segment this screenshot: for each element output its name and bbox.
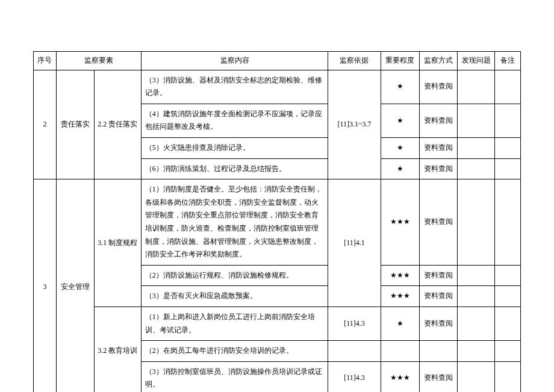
method-cell: 资料查阅 — [420, 286, 458, 307]
note-cell — [495, 306, 521, 340]
header-note: 备注 — [495, 52, 521, 70]
header-seq: 序号 — [34, 52, 57, 70]
issue-cell — [457, 104, 495, 137]
method-cell: 资料查阅 — [420, 104, 458, 137]
method-cell: 资料查阅 — [420, 137, 458, 158]
element1-cell: 安全管理 — [56, 179, 94, 392]
note-cell — [495, 70, 521, 104]
element2-cell: 2.2 责任落实 — [94, 70, 141, 179]
note-cell — [495, 104, 521, 137]
note-cell — [495, 341, 521, 362]
content-cell: （3）消防设施、器材及消防安全标志的定期检验、维修记录。 — [141, 70, 328, 104]
issue-cell — [457, 361, 495, 392]
method-cell: 资料查阅 — [420, 158, 458, 179]
basis-cell: [11]4.3 — [328, 306, 381, 340]
inspection-table: 序号 监察要素 监察内容 监察依据 重要程度 监察方式 发现问题 备注 2 责任… — [33, 51, 521, 392]
content-cell: （2）在岗员工每年进行消防安全培训的记录。 — [141, 341, 328, 362]
table-row: 3 安全管理 3.1 制度规程 （1）消防制度是否健全。至少包括：消防安全责任制… — [34, 179, 521, 266]
table-row: 2 责任落实 2.2 责任落实 （3）消防设施、器材及消防安全标志的定期检验、维… — [34, 70, 521, 104]
seq-cell: 2 — [34, 70, 57, 179]
content-cell: （5）火灾隐患排查及消除记录。 — [141, 137, 328, 158]
issue-cell — [457, 265, 495, 286]
note-cell — [495, 265, 521, 286]
element2-cell: 3.1 制度规程 — [94, 179, 141, 307]
issue-cell — [457, 158, 495, 179]
issue-cell — [457, 306, 495, 340]
basis-cell: [11]4.1 — [328, 179, 381, 307]
content-cell: （6）消防演练策划、过程记录及总结报告。 — [141, 158, 328, 179]
method-cell — [420, 341, 458, 362]
importance-cell: ★ — [381, 104, 420, 137]
note-cell — [495, 137, 521, 158]
method-cell: 资料查阅 — [420, 306, 458, 340]
note-cell — [495, 158, 521, 179]
header-issue: 发现问题 — [457, 52, 495, 70]
content-cell: （1）消防制度是否健全。至少包括：消防安全责任制，各级和各岗位消防安全职责，消防… — [141, 179, 328, 266]
issue-cell — [457, 70, 495, 104]
table-row: 3.2 教育培训 （1）新上岗和进入新岗位员工进行上岗前消防安全培训、考试记录。… — [34, 306, 521, 340]
method-cell: 资料查阅 — [420, 361, 458, 392]
content-cell: （3）是否有灭火和应急疏散预案。 — [141, 286, 328, 307]
issue-cell — [457, 179, 495, 266]
content-cell: （3）消防控制室值班员、消防设施操作员培训记录或证明。 — [141, 361, 328, 392]
importance-cell: ★★★ — [381, 179, 420, 266]
note-cell — [495, 286, 521, 307]
header-basis: 监察依据 — [328, 52, 381, 70]
element1-cell: 责任落实 — [56, 70, 94, 179]
importance-cell — [381, 341, 420, 362]
header-importance: 重要程度 — [381, 52, 420, 70]
method-cell: 资料查阅 — [420, 70, 458, 104]
content-cell: （2）消防设施运行规程、消防设施检修规程。 — [141, 265, 328, 286]
issue-cell — [457, 341, 495, 362]
header-row: 序号 监察要素 监察内容 监察依据 重要程度 监察方式 发现问题 备注 — [34, 52, 521, 70]
basis-cell: [11]3.1~3.7 — [328, 70, 381, 179]
importance-cell: ★ — [381, 137, 420, 158]
method-cell: 资料查阅 — [420, 179, 458, 266]
importance-cell: ★ — [381, 306, 420, 340]
seq-cell: 3 — [34, 179, 57, 392]
basis-cell — [328, 341, 381, 362]
header-method: 监察方式 — [420, 52, 458, 70]
importance-cell: ★ — [381, 70, 420, 104]
note-cell — [495, 179, 521, 266]
content-cell: （1）新上岗和进入新岗位员工进行上岗前消防安全培训、考试记录。 — [141, 306, 328, 340]
importance-cell: ★★★ — [381, 286, 420, 307]
importance-cell: ★ — [381, 158, 420, 179]
content-cell: （4）建筑消防设施年度全面检测记录不应漏项，记录应包括问题整改及考核。 — [141, 104, 328, 137]
basis-cell: [11]4.3 — [328, 361, 381, 392]
method-cell: 资料查阅 — [420, 265, 458, 286]
issue-cell — [457, 137, 495, 158]
header-content: 监察内容 — [141, 52, 328, 70]
header-element: 监察要素 — [56, 52, 141, 70]
note-cell — [495, 361, 521, 392]
importance-cell: ★★★ — [381, 361, 420, 392]
importance-cell: ★★★ — [381, 265, 420, 286]
issue-cell — [457, 286, 495, 307]
element2-cell: 3.2 教育培训 — [94, 306, 141, 392]
